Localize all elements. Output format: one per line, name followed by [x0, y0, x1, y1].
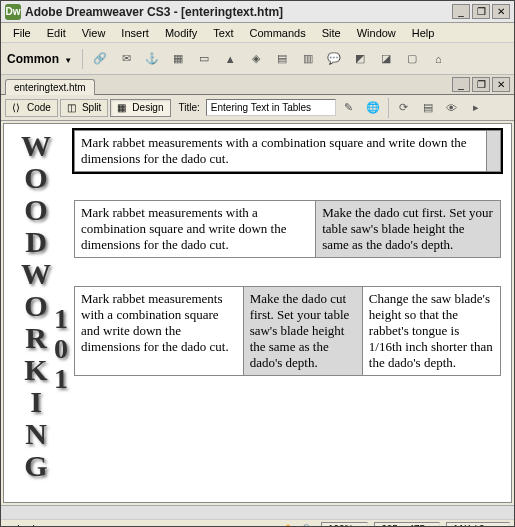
window-controls: _ ❐ ✕	[452, 4, 510, 19]
app-icon: Dw	[5, 4, 21, 20]
menu-insert[interactable]: Insert	[113, 25, 157, 41]
insert-toolbar: Common ▼ 🔗 ✉ ⚓ ▦ ▭ ▲ ◈ ▤ ▥ 💬 ◩ ◪ ▢ ⌂	[1, 43, 514, 75]
preview-button[interactable]: 👁	[441, 97, 463, 119]
separator	[82, 49, 83, 69]
close-button[interactable]: ✕	[492, 4, 510, 19]
chevron-down-icon: ▼	[64, 56, 72, 65]
insert-category-selector[interactable]: Common ▼	[7, 52, 72, 66]
table-cell[interactable]: Make the dado cut first. Set your table …	[316, 201, 501, 258]
page-title-input[interactable]	[206, 99, 336, 116]
menu-text[interactable]: Text	[205, 25, 241, 41]
page-body: W O O D W O R K I N G 1 0 1 Mark rabbet …	[4, 124, 511, 494]
document-tabs: enteringtext.htm _ ❐ ✕	[1, 75, 514, 95]
code-icon: ⟨⟩	[12, 102, 24, 114]
document-window-controls: _ ❐ ✕	[452, 77, 510, 92]
date-button[interactable]: ▤	[271, 48, 293, 70]
table-row: Mark rabbet measurements with a combinat…	[75, 201, 501, 258]
named-anchor-button[interactable]: ⚓	[141, 48, 163, 70]
design-view-button[interactable]: ▦ Design	[110, 99, 170, 117]
head-button[interactable]: ◩	[349, 48, 371, 70]
window-titlebar: Dw Adobe Dreamweaver CS3 - [enteringtext…	[1, 1, 514, 23]
refresh-button[interactable]: ⟳	[393, 97, 415, 119]
design-view-canvas[interactable]: W O O D W O R K I N G 1 0 1 Mark rabbet …	[3, 123, 512, 503]
window-size[interactable]: 605 x 475 ▾	[374, 522, 440, 527]
menu-modify[interactable]: Modify	[157, 25, 205, 41]
table-row: Mark rabbet measurements with a combinat…	[75, 287, 501, 376]
split-icon: ◫	[67, 102, 79, 114]
menu-edit[interactable]: Edit	[39, 25, 74, 41]
menu-window[interactable]: Window	[349, 25, 404, 41]
table-row: Mark rabbet measurements with a combinat…	[75, 131, 501, 172]
status-bar: <body> ▭ ✋ 🔍 100% ▾ 605 x 475 ▾ 11K / 2 …	[1, 519, 514, 527]
minimize-button[interactable]: _	[452, 4, 470, 19]
table-cell-empty[interactable]	[487, 131, 501, 172]
content-table-3[interactable]: Mark rabbet measurements with a combinat…	[74, 286, 501, 376]
menu-file[interactable]: File	[5, 25, 39, 41]
hand-tool-icon[interactable]: ✋	[281, 523, 295, 528]
window-title: Adobe Dreamweaver CS3 - [enteringtext.ht…	[25, 5, 452, 19]
heading-101: 1 0 1	[54, 304, 68, 394]
hyperlink-button[interactable]: 🔗	[89, 48, 111, 70]
title-label: Title:	[179, 102, 200, 113]
horizontal-scrollbar[interactable]	[1, 505, 514, 519]
zoom-tool-icon[interactable]: 🔍	[301, 523, 315, 528]
doc-close-button[interactable]: ✕	[492, 77, 510, 92]
table-cell[interactable]: Mark rabbet measurements with a combinat…	[75, 201, 316, 258]
table-cell[interactable]: Mark rabbet measurements with a combinat…	[75, 287, 244, 376]
design-icon: ▦	[117, 102, 129, 114]
check-spelling-button[interactable]: ✎	[338, 97, 360, 119]
content-table-1[interactable]: Mark rabbet measurements with a combinat…	[74, 130, 501, 172]
document-size: 11K / 2 sec	[446, 522, 510, 527]
script-button[interactable]: ◪	[375, 48, 397, 70]
menu-site[interactable]: Site	[314, 25, 349, 41]
select-tool-icon[interactable]: ▭	[261, 523, 275, 528]
separator	[388, 98, 389, 118]
menu-view[interactable]: View	[74, 25, 114, 41]
zoom-level[interactable]: 100% ▾	[321, 522, 368, 527]
table-cell[interactable]: Make the dado cut first. Set your table …	[243, 287, 362, 376]
file-management-button[interactable]: ▤	[417, 97, 439, 119]
insert-div-button[interactable]: ▭	[193, 48, 215, 70]
tag-chooser-button[interactable]: ⌂	[427, 48, 449, 70]
email-link-button[interactable]: ✉	[115, 48, 137, 70]
server-side-include-button[interactable]: ▥	[297, 48, 319, 70]
content-table-2[interactable]: Mark rabbet measurements with a combinat…	[74, 200, 501, 258]
split-view-button[interactable]: ◫ Split	[60, 99, 108, 117]
code-view-button[interactable]: ⟨⟩ Code	[5, 99, 58, 117]
table-button[interactable]: ▦	[167, 48, 189, 70]
image-button[interactable]: ▲	[219, 48, 241, 70]
document-tab[interactable]: enteringtext.htm	[5, 79, 95, 95]
menu-commands[interactable]: Commands	[241, 25, 313, 41]
document-toolbar: ⟨⟩ Code ◫ Split ▦ Design Title: ✎ 🌐 ⟳ ▤ …	[1, 95, 514, 121]
table-cell[interactable]: Change the saw blade's height so that th…	[362, 287, 500, 376]
doc-minimize-button[interactable]: _	[452, 77, 470, 92]
view-options-button[interactable]: ▸	[465, 97, 487, 119]
table-cell[interactable]: Mark rabbet measurements with a combinat…	[75, 131, 487, 172]
templates-button[interactable]: ▢	[401, 48, 423, 70]
tag-selector[interactable]: <body>	[5, 523, 53, 527]
menu-bar: File Edit View Insert Modify Text Comman…	[1, 23, 514, 43]
maximize-button[interactable]: ❐	[472, 4, 490, 19]
doc-restore-button[interactable]: ❐	[472, 77, 490, 92]
comment-button[interactable]: 💬	[323, 48, 345, 70]
validate-button[interactable]: 🌐	[362, 97, 384, 119]
media-button[interactable]: ◈	[245, 48, 267, 70]
menu-help[interactable]: Help	[404, 25, 443, 41]
